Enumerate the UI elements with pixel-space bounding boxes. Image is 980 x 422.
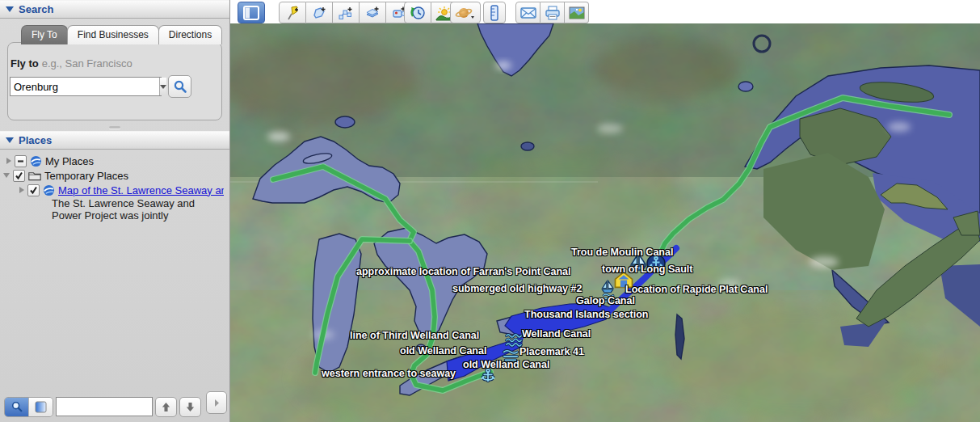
fly-to-input[interactable] [11, 81, 159, 93]
combo-dropdown-button[interactable] [159, 78, 166, 95]
up-arrow-icon [161, 402, 171, 412]
email-button[interactable] [515, 2, 540, 23]
check-icon [15, 171, 23, 180]
historical-imagery-button[interactable] [404, 2, 431, 23]
print-button[interactable] [540, 2, 565, 23]
planets-icon [455, 5, 476, 21]
add-polygon-button[interactable] [306, 2, 333, 23]
print-icon [545, 6, 561, 20]
planets-button[interactable] [450, 2, 481, 23]
tab-directions[interactable]: Directions [158, 25, 222, 44]
tab-fly-to[interactable]: Fly To [21, 25, 68, 44]
collapse-arrow-icon [6, 137, 14, 143]
fly-to-label: Fly toe.g., San Francisco [11, 57, 132, 70]
places-tree: My Places Temporary Places Map of t [0, 150, 229, 222]
sidebar: Search Fly To Find Businesses Directions… [0, 0, 230, 422]
save-image-icon [569, 6, 585, 19]
folder-icon [28, 170, 41, 181]
tree-item-label: My Places [45, 155, 94, 167]
map-label[interactable]: line of Third Welland Canal [350, 330, 479, 341]
check-icon [29, 186, 38, 195]
ruler-button[interactable] [483, 2, 506, 23]
globe-icon [30, 155, 42, 167]
checkbox-checked[interactable] [27, 184, 40, 196]
checkbox-minus[interactable] [15, 155, 27, 167]
sidebar-toggle-icon [243, 6, 259, 20]
add-path-button[interactable] [333, 2, 360, 23]
add-polygon-icon [311, 5, 327, 21]
map-label[interactable]: Location of Rapide Plat Canal [625, 284, 768, 295]
tab-find-businesses[interactable]: Find Businesses [67, 25, 159, 44]
sidebar-toggle-button[interactable] [238, 2, 265, 23]
tree-item-temporary-places[interactable]: Temporary Places [0, 168, 229, 183]
save-image-button[interactable] [565, 2, 589, 23]
places-filter-input[interactable] [56, 397, 153, 416]
place-description: The St. Lawrence Seaway and Power Projec… [52, 197, 217, 222]
places-search-button[interactable] [5, 398, 28, 416]
add-placemark-button[interactable] [279, 2, 306, 23]
globe-icon [43, 184, 55, 196]
view-toggle-icon [35, 401, 47, 413]
map-label[interactable]: submerged old highway #2 [452, 283, 582, 294]
map-label[interactable]: Placemark 41 [519, 346, 584, 357]
map-label[interactable]: old Welland Canal [400, 345, 486, 357]
map-label[interactable]: Trou de Moulin Canal [571, 247, 673, 258]
tree-item-seaway-map[interactable]: Map of the St. Lawrence Seaway an [0, 183, 229, 197]
places-view-toggle-button[interactable] [28, 398, 53, 416]
ruler-icon [490, 5, 499, 21]
expander-icon[interactable] [3, 173, 10, 178]
add-path-icon [338, 5, 354, 21]
expander-icon[interactable] [19, 187, 24, 193]
minus-icon [17, 158, 24, 165]
map-label[interactable]: old Welland Canal [463, 359, 549, 370]
map-label[interactable]: Welland Canal [522, 328, 591, 340]
tree-item-label: Temporary Places [44, 170, 128, 182]
add-placemark-icon [284, 5, 301, 21]
add-image-overlay-button[interactable] [360, 2, 386, 23]
map-label[interactable]: approximate location of Farran's Point C… [356, 266, 571, 277]
down-arrow-icon [185, 402, 196, 412]
expand-right-icon [213, 399, 221, 407]
fly-to-combo [10, 77, 162, 96]
map-label[interactable]: western entrance to seaway [322, 368, 456, 379]
next-result-button[interactable] [179, 397, 201, 417]
collapse-arrow-icon [6, 6, 14, 12]
places-panel-title: Places [19, 134, 52, 146]
seaway-map-link[interactable]: Map of the St. Lawrence Seaway an [58, 184, 224, 196]
map-viewport[interactable]: Trou de Moulin Canaltown of Long Saultap… [230, 23, 980, 422]
map-label[interactable]: Galop Canal [576, 295, 635, 306]
places-panel-header[interactable]: Places [0, 131, 229, 150]
expand-panel-button[interactable] [206, 391, 227, 414]
search-panel-header[interactable]: Search [0, 0, 229, 19]
historical-imagery-icon [410, 5, 426, 21]
add-image-overlay-icon [364, 5, 381, 21]
panel-resize-handle[interactable] [0, 124, 229, 131]
satellite-map[interactable] [230, 23, 980, 422]
search-filter-icon [11, 400, 23, 413]
google-earth-window: { "sidebar": { "search": { "header": "Se… [0, 0, 980, 422]
email-icon [520, 6, 536, 19]
places-bottom-bar [0, 395, 229, 419]
map-label[interactable]: town of Long Sault [602, 264, 692, 275]
map-label[interactable]: Thousand Islands section [524, 309, 649, 320]
search-panel-title: Search [19, 3, 53, 15]
magnifier-icon [173, 79, 187, 94]
checkbox-checked[interactable] [13, 170, 25, 182]
toolbar [230, 0, 980, 24]
expander-icon[interactable] [6, 158, 11, 164]
tree-item-my-places[interactable]: My Places [0, 154, 229, 168]
search-button[interactable] [168, 75, 191, 98]
search-panel: Fly To Find Businesses Directions Fly to… [0, 19, 229, 124]
previous-result-button[interactable] [155, 397, 177, 417]
